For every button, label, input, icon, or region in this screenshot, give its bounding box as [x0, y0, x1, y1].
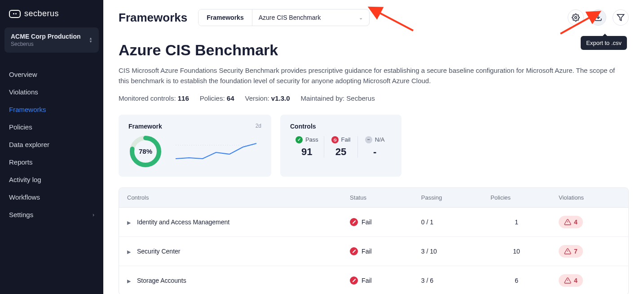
passing-cell: 0 / 1	[413, 208, 482, 237]
controls-fail: ⦸Fail 25	[324, 136, 358, 158]
trend-sparkline	[171, 139, 261, 164]
nav-data-explorer[interactable]: Data explorer	[0, 136, 103, 153]
download-icon	[594, 13, 602, 22]
table-row[interactable]: ▶Security Center Fail 3 / 10 10 7	[119, 237, 628, 266]
nav-frameworks[interactable]: Frameworks	[0, 101, 103, 118]
score-donut: 78%	[128, 134, 163, 169]
minus-icon: −	[365, 136, 372, 143]
selected-framework: Azure CIS Benchmark	[259, 14, 321, 21]
th-status[interactable]: Status	[342, 188, 413, 208]
status-cell: Fail	[350, 247, 405, 255]
table-row[interactable]: ▶Storage Accounts Fail 3 / 6 6 4	[119, 266, 628, 294]
fail-status-icon	[350, 218, 358, 226]
violations-pill[interactable]: 4	[559, 274, 583, 287]
policies-cell: 1	[482, 208, 551, 237]
framework-dropdown[interactable]: Azure CIS Benchmark ⌄	[252, 9, 369, 26]
violations-pill[interactable]: 4	[559, 216, 583, 228]
svg-point-0	[575, 17, 577, 19]
org-name: ACME Corp Production	[11, 33, 81, 40]
framework-card-title: Framework	[128, 123, 261, 130]
controls-table: Controls Status Passing Policies Violati…	[119, 187, 629, 294]
expand-icon[interactable]: ▶	[127, 249, 131, 255]
nav-policies[interactable]: Policies	[0, 119, 103, 135]
expand-icon[interactable]: ▶	[127, 278, 131, 284]
nav-overview[interactable]: Overview	[0, 66, 103, 83]
fail-status-icon	[350, 276, 358, 285]
score-pct: 78%	[128, 134, 163, 169]
controls-card-title: Controls	[290, 123, 392, 130]
fail-icon: ⦸	[331, 136, 339, 143]
nav-violations[interactable]: Violations	[0, 84, 103, 100]
nav-reports[interactable]: Reports	[0, 154, 103, 170]
th-policies[interactable]: Policies	[482, 188, 551, 208]
framework-title: Azure CIS Benchmark	[119, 41, 629, 59]
th-violations[interactable]: Violations	[551, 188, 628, 208]
expand-icon[interactable]: ▶	[127, 220, 131, 226]
org-sub: Secberus	[11, 41, 81, 47]
selector-chevrons-icon: ▲▼	[89, 37, 93, 43]
filter-icon	[617, 13, 625, 22]
page-title: Frameworks	[119, 11, 187, 25]
status-cell: Fail	[350, 218, 405, 226]
filter-button[interactable]	[613, 9, 629, 26]
export-tooltip: Export to .csv	[581, 36, 627, 50]
nav-activity-log[interactable]: Activity log	[0, 171, 103, 188]
gear-icon	[572, 13, 580, 22]
nav-workflows[interactable]: Workflows	[0, 189, 103, 205]
passing-cell: 3 / 10	[413, 237, 482, 266]
brand-text: secberus	[24, 9, 59, 18]
policies-cell: 6	[482, 266, 551, 294]
controls-pass: ✓Pass 91	[290, 136, 324, 158]
framework-selector: Frameworks Azure CIS Benchmark ⌄	[198, 9, 369, 26]
topbar: Frameworks Frameworks Azure CIS Benchmar…	[119, 9, 629, 26]
check-icon: ✓	[296, 136, 303, 143]
framework-card: 2d Framework 78%	[119, 115, 271, 177]
violations-pill[interactable]: 7	[559, 245, 583, 258]
brand-logo: secberus	[0, 9, 103, 27]
logo-icon	[9, 10, 21, 18]
passing-cell: 3 / 6	[413, 266, 482, 294]
org-selector[interactable]: ACME Corp Production Secberus ▲▼	[4, 27, 99, 53]
main-nav: Overview Violations Frameworks Policies …	[0, 62, 103, 227]
fail-status-icon	[350, 247, 358, 255]
chevron-right-icon: ›	[93, 212, 94, 218]
control-name: Identity and Access Management	[137, 218, 229, 226]
export-button[interactable]	[590, 9, 606, 26]
svg-marker-2	[618, 14, 624, 21]
control-name: Storage Accounts	[137, 277, 186, 284]
chevron-down-icon: ⌄	[359, 15, 363, 21]
seg-label[interactable]: Frameworks	[198, 9, 252, 26]
sidebar: secberus ACME Corp Production Secberus ▲…	[0, 0, 103, 294]
controls-na: −N/A -	[358, 136, 392, 158]
controls-card: Controls ✓Pass 91 ⦸Fail 25 −N/A -	[280, 115, 401, 177]
th-controls[interactable]: Controls	[119, 188, 342, 208]
policies-cell: 10	[482, 237, 551, 266]
nav-settings[interactable]: Settings›	[0, 206, 103, 223]
control-name: Security Center	[137, 248, 180, 255]
framework-description: CIS Microsoft Azure Foundations Security…	[119, 65, 622, 86]
timeframe-badge: 2d	[256, 123, 261, 129]
table-row[interactable]: ▶Identity and Access Management Fail 0 /…	[119, 208, 628, 237]
framework-meta: Monitored controls: 116 Policies: 64 Ver…	[119, 94, 629, 102]
status-cell: Fail	[350, 276, 405, 285]
main-content: Frameworks Frameworks Azure CIS Benchmar…	[103, 0, 644, 294]
th-passing[interactable]: Passing	[413, 188, 482, 208]
settings-button[interactable]	[568, 9, 584, 26]
